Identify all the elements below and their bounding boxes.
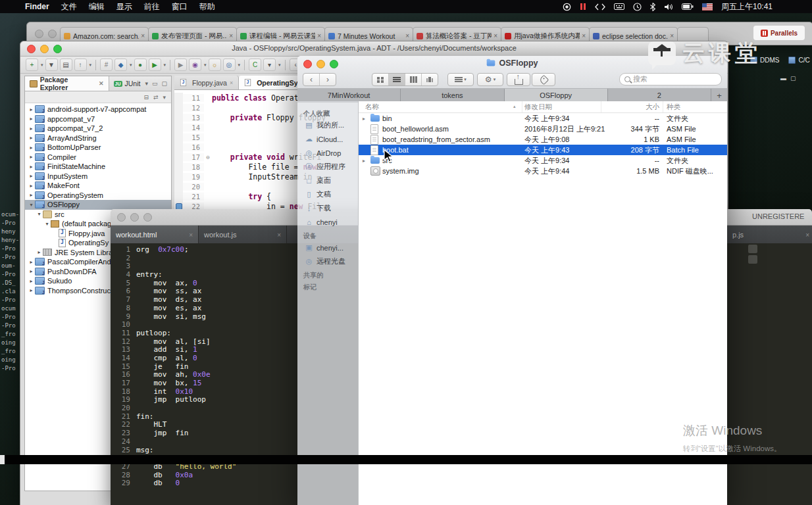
tree-item-inputsystem[interactable]: ▸InputSystem bbox=[25, 172, 171, 181]
forward-button[interactable]: › bbox=[320, 74, 336, 85]
view-menu-icon[interactable]: ▾ bbox=[163, 94, 166, 101]
new-tab-button[interactable]: + bbox=[711, 89, 727, 102]
chevron-right-icon[interactable]: ▸ bbox=[28, 116, 35, 122]
search-field[interactable]: 搜索 bbox=[619, 73, 722, 85]
tree-item-bottomupparser[interactable]: ▸BottomUpParser bbox=[25, 143, 171, 153]
tree-item-arrayandstring[interactable]: ▸ArrayAndString bbox=[25, 133, 171, 143]
tree-item-makefont[interactable]: ▸MakeFont bbox=[25, 181, 171, 191]
action-button[interactable]: ⚙▾ bbox=[477, 73, 503, 86]
chevron-right-icon[interactable]: ▸ bbox=[28, 183, 35, 189]
tab-workout-js[interactable]: workout.js× bbox=[199, 226, 287, 244]
app-menu-finder[interactable]: Finder bbox=[25, 2, 49, 11]
disclosure-triangle-icon[interactable]: ▸ bbox=[363, 158, 365, 164]
disclosure-triangle-icon[interactable]: ▸ bbox=[363, 116, 365, 122]
file-row-boot-bat[interactable]: boot.bat今天 上午9:43208 字节Batch File bbox=[359, 145, 727, 155]
maximize-view-icon[interactable]: ▢ bbox=[161, 80, 167, 87]
menu-item-帮助[interactable]: 帮助 bbox=[199, 2, 215, 11]
chevron-right-icon[interactable]: ▸ bbox=[28, 126, 35, 132]
switcher-icon[interactable] bbox=[595, 3, 605, 11]
menu-clock[interactable]: 周五上午10:41 bbox=[721, 1, 773, 12]
close-icon[interactable]: × bbox=[582, 32, 586, 39]
print-icon[interactable]: ▤ bbox=[60, 59, 72, 71]
chevron-down-icon[interactable]: ▾ bbox=[36, 211, 43, 217]
collapse-all-icon[interactable]: ⊟ bbox=[143, 94, 149, 101]
clock-icon[interactable] bbox=[633, 3, 642, 11]
sidebar-item-icloud[interactable]: ☁iCloud... bbox=[297, 132, 358, 146]
sidebar-item-[interactable]: ◎远程光盘 bbox=[297, 254, 358, 268]
chevron-right-icon[interactable]: ▸ bbox=[28, 278, 35, 284]
chevron-right-icon[interactable]: ▸ bbox=[28, 107, 35, 112]
close-icon[interactable]: × bbox=[230, 80, 233, 86]
finder-tab-2[interactable]: 2 bbox=[608, 89, 711, 102]
view-flow-button[interactable] bbox=[422, 74, 438, 85]
debug-icon[interactable]: ● bbox=[134, 59, 147, 71]
close-icon[interactable]: ✕ bbox=[99, 80, 104, 87]
link-editor-icon[interactable]: ⇄ bbox=[153, 94, 159, 101]
file-row-boot_helloworld-asm[interactable]: boot_helloworld.asm2016年8月12日 上午9:21344 … bbox=[359, 124, 727, 134]
tree-item-compiler[interactable]: ▸Compiler bbox=[25, 153, 171, 162]
tab-workout-html[interactable]: workout.html× bbox=[111, 226, 199, 244]
minimize-view-icon[interactable]: ▭ bbox=[152, 80, 158, 87]
video-timeline-bar[interactable] bbox=[0, 455, 812, 464]
view-grid-button[interactable] bbox=[372, 74, 389, 85]
minimize-button[interactable] bbox=[130, 213, 139, 222]
close-icon[interactable]: × bbox=[494, 32, 497, 39]
close-icon[interactable]: × bbox=[405, 32, 409, 39]
back-button[interactable]: ‹ bbox=[303, 74, 320, 85]
run-history-icon[interactable]: ▶ bbox=[174, 59, 187, 71]
arrange-button[interactable]: ▾ bbox=[447, 73, 474, 86]
chevron-right-icon[interactable]: ▸ bbox=[28, 154, 35, 160]
timeline-handle[interactable] bbox=[0, 455, 5, 464]
sublime-window-controls[interactable] bbox=[117, 213, 152, 222]
search-icon[interactable]: ☼ bbox=[209, 59, 221, 71]
finder-tab-7minworkout[interactable]: 7MinWorkout bbox=[297, 89, 401, 102]
tree-item-appcompat_v7_2[interactable]: ▸appcompat_v7_2 bbox=[25, 124, 171, 133]
tree-item-android-support-v7-appcompat[interactable]: ▸android-support-v7-appcompat bbox=[25, 105, 171, 114]
menu-item-文件[interactable]: 文件 bbox=[61, 2, 77, 11]
flag-icon[interactable] bbox=[702, 3, 713, 11]
sidebar-item-[interactable]: ↓下载 bbox=[297, 201, 358, 215]
chevron-right-icon[interactable]: ▸ bbox=[28, 192, 35, 198]
view-list-button[interactable] bbox=[389, 74, 405, 85]
share-button[interactable] bbox=[507, 73, 530, 86]
file-row-system-img[interactable]: system.img今天 上午9:441.5 MBNDIF 磁盘映... bbox=[359, 166, 727, 176]
chevron-right-icon[interactable]: ▸ bbox=[28, 259, 35, 265]
close-button[interactable] bbox=[35, 30, 43, 38]
record-icon[interactable] bbox=[563, 3, 571, 11]
minimize-icon[interactable]: ▬ bbox=[780, 75, 790, 82]
tree-item-finitstatemachine[interactable]: ▸FinitStateMachine bbox=[25, 162, 171, 172]
file-row-bin[interactable]: ▸bin今天 上午9:34--文件夹 bbox=[359, 113, 727, 124]
sidebar-item-[interactable]: □桌面 bbox=[297, 174, 358, 187]
view-columns-button[interactable] bbox=[405, 74, 422, 85]
view-menu-icon[interactable]: ▾ bbox=[145, 80, 148, 87]
chevron-right-icon[interactable]: ▸ bbox=[28, 173, 35, 179]
column-header-4[interactable]: 种类 bbox=[667, 103, 680, 112]
column-header-3[interactable]: 大小 bbox=[605, 103, 659, 112]
keyboard-icon[interactable] bbox=[614, 3, 624, 10]
eclipse-title-bar[interactable]: Java - OSFloppy/src/OperatingSystem.java… bbox=[20, 41, 728, 57]
editor-tab-floppy.java[interactable]: Floppy.java× bbox=[174, 76, 239, 89]
chevron-right-icon[interactable]: ▸ bbox=[28, 268, 35, 274]
menu-item-窗口[interactable]: 窗口 bbox=[172, 2, 188, 11]
file-row-boot_readstring_from_sector-asm[interactable]: boot_readstring_from_sector.asm今天 上午9:08… bbox=[359, 134, 727, 145]
profile-icon[interactable]: ◉ bbox=[189, 59, 201, 71]
close-icon[interactable]: × bbox=[805, 231, 809, 239]
tree-item-appcompat_v7[interactable]: ▸appcompat_v7 bbox=[25, 114, 171, 124]
chevron-right-icon[interactable]: ▸ bbox=[28, 145, 35, 151]
sidebar-item-chenyi[interactable]: ⌂chenyi bbox=[297, 215, 358, 229]
menu-item-显示[interactable]: 显示 bbox=[116, 2, 132, 11]
finder-tab-osfloppy[interactable]: OSFloppy bbox=[505, 89, 608, 102]
close-icon[interactable]: × bbox=[317, 32, 321, 39]
build-all-icon[interactable]: # bbox=[100, 59, 113, 71]
sidebar-item-[interactable]: ▯文稿 bbox=[297, 187, 358, 201]
column-header-1[interactable]: 名称 bbox=[365, 103, 379, 112]
chevron-down-icon[interactable]: ▾ bbox=[28, 202, 35, 208]
chevron-right-icon[interactable]: ▸ bbox=[28, 287, 35, 293]
close-icon[interactable]: × bbox=[229, 32, 233, 39]
sidebar-item-airdrop[interactable]: ◎AirDrop bbox=[297, 146, 358, 160]
maximize-icon[interactable]: ▢ bbox=[790, 75, 800, 82]
finder-tab-tokens[interactable]: tokens bbox=[401, 89, 504, 102]
new-java-project-icon[interactable]: ◆ bbox=[114, 59, 127, 71]
sidebar-item-[interactable]: Ⓐ应用程序 bbox=[297, 160, 358, 174]
open-type-icon[interactable]: ◎ bbox=[223, 59, 236, 71]
